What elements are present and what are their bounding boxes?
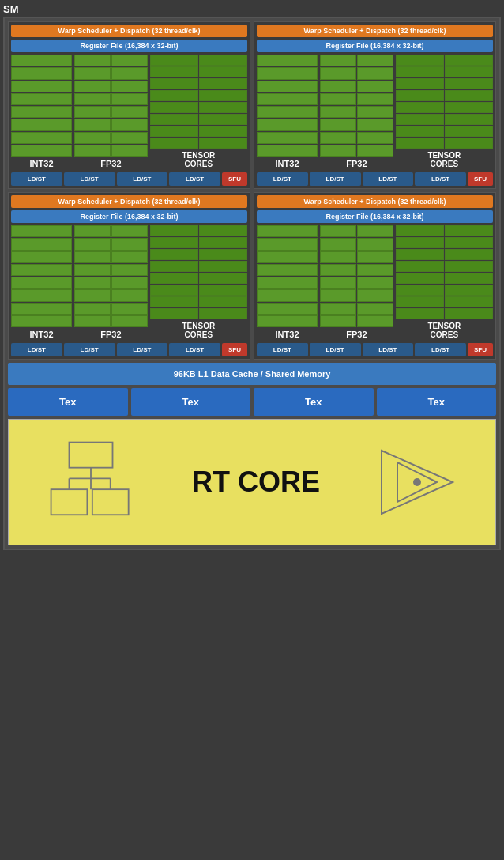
bottom-units-tr: LD/ST LD/ST LD/ST LD/ST SFU bbox=[257, 172, 493, 186]
tex-row: Tex Tex Tex Tex bbox=[8, 388, 496, 416]
ldst-2-bl: LD/ST bbox=[117, 343, 168, 356]
ldst-2-tl: LD/ST bbox=[117, 172, 168, 186]
fp32-label-br: FP32 bbox=[320, 330, 393, 339]
tex-unit-0: Tex bbox=[8, 388, 128, 416]
fp32-label-tl: FP32 bbox=[74, 159, 148, 168]
tensor-col-bl: TENSOR CORES bbox=[150, 225, 247, 339]
register-file-bl: Register File (16,384 x 32-bit) bbox=[11, 210, 247, 223]
int32-col-br: INT32 bbox=[257, 225, 318, 339]
l1-cache-bar: 96KB L1 Data Cache / Shared Memory bbox=[8, 363, 496, 385]
ldst-0-tl: LD/ST bbox=[11, 172, 62, 186]
register-file-tr: Register File (16,384 x 32-bit) bbox=[257, 40, 493, 52]
ldst-1-tr: LD/ST bbox=[310, 172, 361, 186]
sfu-tl: SFU bbox=[222, 172, 247, 186]
tensor-col-tl: TENSOR CORES bbox=[150, 55, 247, 168]
rt-core-section: RT CORE bbox=[8, 419, 496, 545]
quad-grid: Warp Scheduler + Dispatch (32 thread/clk… bbox=[8, 21, 496, 360]
sfu-bl: SFU bbox=[222, 343, 247, 356]
ldst-3-tl: LD/ST bbox=[169, 172, 220, 186]
fp32-label-tr: FP32 bbox=[320, 159, 393, 168]
int32-label-tr: INT32 bbox=[257, 159, 318, 168]
ldst-0-br: LD/ST bbox=[257, 343, 308, 356]
warp-unit-br: Warp Scheduler + Dispatch (32 thread/clk… bbox=[254, 192, 496, 360]
sfu-tr: SFU bbox=[468, 172, 493, 186]
bottom-units-tl: LD/ST LD/ST LD/ST LD/ST SFU bbox=[11, 172, 247, 186]
ldst-1-tl: LD/ST bbox=[64, 172, 115, 186]
tensor-label-bl: TENSOR CORES bbox=[150, 322, 247, 339]
fp32-col-bl: FP32 bbox=[74, 225, 148, 339]
ldst-0-tr: LD/ST bbox=[257, 172, 308, 186]
sfu-br: SFU bbox=[468, 343, 493, 356]
warp-unit-bl: Warp Scheduler + Dispatch (32 thread/clk… bbox=[8, 192, 250, 360]
register-file-tl: Register File (16,384 x 32-bit) bbox=[11, 40, 247, 52]
int32-col-tl: INT32 bbox=[11, 55, 72, 168]
tex-unit-1: Tex bbox=[131, 388, 251, 416]
tex-unit-2: Tex bbox=[254, 388, 374, 416]
tensor-label-tl: TENSOR CORES bbox=[150, 151, 247, 168]
int32-label-bl: INT32 bbox=[11, 330, 72, 339]
warp-unit-tl: Warp Scheduler + Dispatch (32 thread/clk… bbox=[8, 21, 250, 189]
tensor-label-br: TENSOR CORES bbox=[396, 322, 493, 339]
int32-label-tl: INT32 bbox=[11, 159, 72, 168]
sm-container: Warp Scheduler + Dispatch (32 thread/clk… bbox=[3, 17, 501, 550]
svg-rect-1 bbox=[51, 489, 88, 515]
tensor-col-tr: TENSOR CORES bbox=[396, 55, 493, 168]
int32-col-tr: INT32 bbox=[257, 55, 318, 168]
bottom-units-bl: LD/ST LD/ST LD/ST LD/ST SFU bbox=[11, 343, 247, 356]
core-grid-br: INT32 FP32 bbox=[257, 225, 493, 339]
fp32-col-br: FP32 bbox=[320, 225, 393, 339]
warp-scheduler-tl: Warp Scheduler + Dispatch (32 thread/clk… bbox=[11, 25, 247, 37]
tex-unit-3: Tex bbox=[377, 388, 497, 416]
fp32-col-tr: FP32 bbox=[320, 55, 393, 168]
ldst-1-br: LD/ST bbox=[310, 343, 361, 356]
ldst-3-tr: LD/ST bbox=[415, 172, 466, 186]
svg-rect-0 bbox=[70, 443, 113, 468]
rt-diagram-right-svg bbox=[374, 439, 461, 526]
fp32-col-tl: FP32 bbox=[74, 55, 148, 168]
fp32-label-bl: FP32 bbox=[74, 330, 148, 339]
ldst-3-bl: LD/ST bbox=[169, 343, 220, 356]
ldst-3-br: LD/ST bbox=[415, 343, 466, 356]
warp-scheduler-bl: Warp Scheduler + Dispatch (32 thread/clk… bbox=[11, 195, 247, 208]
core-grid-tr: INT32 FP32 bbox=[257, 55, 493, 168]
tensor-label-tr: TENSOR CORES bbox=[396, 151, 493, 168]
ldst-2-tr: LD/ST bbox=[363, 172, 414, 186]
ldst-0-bl: LD/ST bbox=[11, 343, 62, 356]
rt-core-label: RT CORE bbox=[192, 466, 320, 499]
warp-unit-tr: Warp Scheduler + Dispatch (32 thread/clk… bbox=[254, 21, 496, 189]
rt-diagram-left-svg bbox=[43, 439, 138, 526]
core-grid-tl: INT32 FP32 bbox=[11, 55, 247, 168]
warp-scheduler-tr: Warp Scheduler + Dispatch (32 thread/clk… bbox=[257, 25, 493, 37]
svg-rect-2 bbox=[92, 489, 129, 515]
ldst-2-br: LD/ST bbox=[363, 343, 414, 356]
int32-col-bl: INT32 bbox=[11, 225, 72, 339]
tensor-col-br: TENSOR CORES bbox=[396, 225, 493, 339]
register-file-br: Register File (16,384 x 32-bit) bbox=[257, 210, 493, 223]
int32-label-br: INT32 bbox=[257, 330, 318, 339]
bottom-units-br: LD/ST LD/ST LD/ST LD/ST SFU bbox=[257, 343, 493, 356]
sm-label: SM bbox=[3, 3, 19, 15]
ldst-1-bl: LD/ST bbox=[64, 343, 115, 356]
svg-point-9 bbox=[413, 478, 421, 486]
warp-scheduler-br: Warp Scheduler + Dispatch (32 thread/clk… bbox=[257, 195, 493, 208]
core-grid-bl: INT32 FP32 bbox=[11, 225, 247, 339]
